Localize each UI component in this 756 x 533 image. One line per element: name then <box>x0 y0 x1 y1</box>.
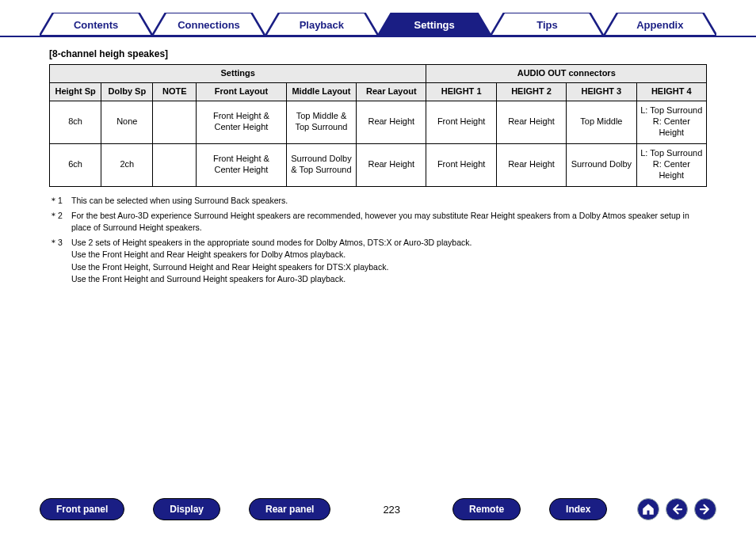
cell: None <box>101 101 153 143</box>
col-height2: HEIGHT 2 <box>496 82 566 101</box>
remote-button[interactable]: Remote <box>452 498 521 520</box>
display-button[interactable]: Display <box>153 498 220 520</box>
cell: 8ch <box>50 101 101 143</box>
table-row: 8ch None Front Height & Center Height To… <box>50 101 707 143</box>
footnote-mark: ＊1 <box>49 195 65 207</box>
home-button[interactable] <box>637 498 659 520</box>
footnote-text: This can be selected when using Surround… <box>71 195 707 207</box>
bottom-bar: Front panel Display Rear panel 223 Remot… <box>0 498 756 520</box>
col-front-layout: Front Layout <box>197 82 287 101</box>
table-header-row: Height Sp Dolby Sp NOTE Front Layout Mid… <box>50 82 707 101</box>
col-rear-layout: Rear Layout <box>357 82 426 101</box>
footnote-text: Use the Front Height and Rear Height spe… <box>71 249 707 261</box>
table-row: 6ch 2ch Front Height & Center Height Sur… <box>50 143 707 186</box>
cell <box>153 101 197 143</box>
arrow-left-icon <box>670 502 684 516</box>
cell: Front Height & Center Height <box>197 101 287 143</box>
page-number: 223 <box>383 504 400 516</box>
index-button[interactable]: Index <box>549 498 607 520</box>
col-dolby-sp: Dolby Sp <box>101 82 153 101</box>
prev-button[interactable] <box>666 498 688 520</box>
col-height3: HEIGHT 3 <box>567 82 636 101</box>
tab-label: Contents <box>74 19 118 31</box>
footnote-mark: ＊3 <box>49 237 65 285</box>
tab-settings[interactable]: Settings <box>378 13 491 36</box>
cell: Top Middle <box>567 101 636 143</box>
home-icon <box>641 502 655 516</box>
cell: Surround Dolby <box>567 143 636 186</box>
rear-panel-button[interactable]: Rear panel <box>249 498 330 520</box>
footnote-text: Use 2 sets of Height speakers in the app… <box>71 237 707 249</box>
page-content: [8-channel heigh speakes] Settings AUDIO… <box>0 37 756 285</box>
cell: Front Height & Center Height <box>197 143 287 186</box>
footnote-text: Use the Front Height and Surround Height… <box>71 273 707 285</box>
section-title: [8-channel heigh speakes] <box>49 48 707 59</box>
cell: Surround Dolby & Top Surround <box>286 143 356 186</box>
tab-label: Settings <box>414 19 455 31</box>
tab-label: Appendix <box>636 19 683 31</box>
tab-tips[interactable]: Tips <box>491 13 603 36</box>
cell: 6ch <box>50 143 101 186</box>
footnote-1: ＊1 This can be selected when using Surro… <box>49 195 707 207</box>
col-height-sp: Height Sp <box>50 82 101 101</box>
footnote-2: ＊2 For the best Auro-3D experience Surro… <box>49 210 707 234</box>
bottom-left-group: Front panel Display Rear panel 223 Remot… <box>40 498 607 520</box>
bottom-nav-icons <box>637 498 716 520</box>
tab-label: Connections <box>178 19 240 31</box>
col-height4: HEIGHT 4 <box>636 82 706 101</box>
footnote-text: For the best Auro-3D experience Surround… <box>71 210 707 234</box>
next-button[interactable] <box>694 498 716 520</box>
col-height1: HEIGHT 1 <box>426 82 496 101</box>
cell: Rear Height <box>357 143 426 186</box>
cell: Rear Height <box>357 101 426 143</box>
cell: L: Top Surround R: Center Height <box>636 101 706 143</box>
footnote-text: Use the Front Height, Surround Height an… <box>71 261 707 273</box>
cell: 2ch <box>101 143 153 186</box>
tab-contents[interactable]: Contents <box>40 13 152 36</box>
table-group-row: Settings AUDIO OUT connectors <box>50 65 707 83</box>
cell: Rear Height <box>496 101 566 143</box>
tab-label: Tips <box>536 19 558 31</box>
cell: Front Height <box>426 143 496 186</box>
footnote-mark: ＊2 <box>49 210 65 234</box>
tab-connections[interactable]: Connections <box>152 13 265 36</box>
footnote-3: ＊3 Use 2 sets of Height speakers in the … <box>49 237 707 285</box>
cell <box>153 143 197 186</box>
cell: Front Height <box>426 101 496 143</box>
front-panel-button[interactable]: Front panel <box>40 498 124 520</box>
group-header-settings: Settings <box>50 65 426 83</box>
tab-appendix[interactable]: Appendix <box>604 13 716 36</box>
footnotes: ＊1 This can be selected when using Surro… <box>49 195 707 286</box>
cell: Rear Height <box>496 143 566 186</box>
settings-table: Settings AUDIO OUT connectors Height Sp … <box>49 64 707 187</box>
group-header-audio-out: AUDIO OUT connectors <box>426 65 707 83</box>
cell: L: Top Surround R: Center Height <box>636 143 706 186</box>
col-middle-layout: Middle Layout <box>286 82 356 101</box>
cell: Top Middle & Top Surround <box>286 101 356 143</box>
col-note: NOTE <box>153 82 197 101</box>
tab-playback[interactable]: Playback <box>265 13 378 36</box>
tab-label: Playback <box>300 19 344 31</box>
arrow-right-icon <box>698 502 712 516</box>
top-tabs: Contents Connections Playback Settings T… <box>0 0 756 37</box>
